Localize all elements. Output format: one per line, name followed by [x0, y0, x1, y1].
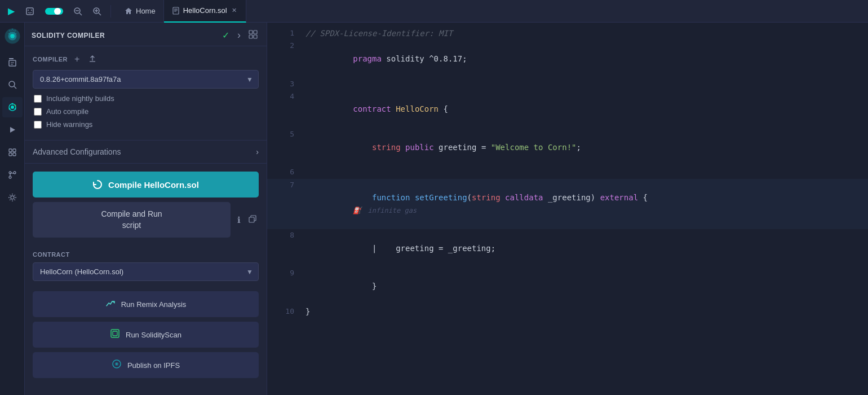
sidebar-item-search[interactable]	[2, 74, 23, 95]
code-line-9: 9 }	[267, 267, 868, 305]
hide-warnings-checkbox[interactable]	[34, 121, 42, 129]
svg-point-1	[28, 10, 29, 11]
run-solidityscan-label: Run SolidityScan	[126, 331, 181, 339]
code-line-2: 2 pragma solidity ^0.8.17;	[267, 40, 868, 77]
tab-home-label: Home	[136, 7, 156, 15]
code-content[interactable]: 1 // SPDX-License-Identifier: MIT 2 prag…	[267, 23, 868, 395]
svg-point-30	[14, 105, 15, 106]
svg-point-38	[9, 176, 11, 178]
sidebar-item-files[interactable]	[2, 52, 23, 72]
contract-select[interactable]: HelloCorn (HelloCorn.sol)	[33, 262, 259, 281]
contract-select-wrapper: HelloCorn (HelloCorn.sol) ▼	[33, 262, 259, 281]
run-solidityscan-button[interactable]: Run SolidityScan	[33, 322, 259, 348]
compile-run-copy-button[interactable]	[246, 213, 259, 227]
add-compiler-button[interactable]: +	[72, 53, 82, 65]
compiler-label-row: COMPILER +	[33, 53, 259, 65]
upload-compiler-button[interactable]	[86, 54, 99, 65]
line-content-4: contract HelloCorn {	[305, 90, 859, 128]
svg-rect-0	[26, 8, 33, 15]
compile-run-button[interactable]: Compile and Runscript	[33, 202, 231, 238]
line-number-10: 10	[276, 305, 294, 318]
advanced-config-row[interactable]: Advanced Configurations ›	[25, 140, 267, 164]
code-line-6: 6	[267, 166, 868, 178]
hide-warnings-label[interactable]: Hide warnings	[46, 120, 92, 129]
run-remix-analysis-label: Run Remix Analysis	[121, 300, 187, 309]
line-content-5: string public greeting = "Welcome to Cor…	[305, 128, 859, 166]
sidebar-item-settings[interactable]	[2, 187, 23, 208]
svg-rect-42	[249, 35, 253, 38]
compile-run-action-icons: ℹ	[235, 213, 259, 227]
line-number-3: 3	[276, 78, 294, 90]
line-content-8: | greeting = _greeting;	[305, 229, 859, 267]
svg-rect-19	[9, 58, 14, 59]
nightly-builds-row: Include nightly builds	[33, 94, 259, 103]
run-remix-analysis-icon	[105, 298, 116, 310]
svg-rect-45	[249, 217, 254, 222]
icon-sidebar	[0, 23, 25, 395]
contract-section: CONTRACT HelloCorn (HelloCorn.sol) ▼	[25, 245, 267, 291]
line-content-2: pragma solidity ^0.8.17;	[305, 40, 859, 77]
check-icon[interactable]: ✓	[220, 29, 232, 42]
forward-icon[interactable]: ›	[235, 28, 243, 42]
line-content-7: function setGreeting(string calldata _gr…	[305, 179, 859, 230]
publish-ipfs-button[interactable]: Publish on IPFS	[33, 352, 259, 378]
tab-home[interactable]: Home	[117, 0, 164, 23]
line-number-9: 9	[276, 267, 294, 279]
compiler-label: COMPILER	[33, 56, 68, 63]
top-toolbar: ▶ Home	[0, 0, 868, 23]
publish-ipfs-icon	[112, 359, 122, 371]
code-line-10: 10 }	[267, 305, 868, 318]
compile-run-label: Compile and Runscript	[101, 209, 162, 230]
code-line-8: 8 | greeting = _greeting;	[267, 229, 868, 267]
panel-header: SOLIDITY COMPILER ✓ ›	[25, 23, 267, 46]
compiler-section: COMPILER + 0.8.26+commit.8a97fa7a ▼ Incl…	[25, 46, 267, 140]
svg-rect-43	[254, 35, 257, 38]
layout-icon[interactable]	[246, 29, 260, 42]
line-content-1: // SPDX-License-Identifier: MIT	[305, 27, 859, 40]
svg-marker-31	[10, 127, 15, 133]
svg-rect-32	[9, 149, 12, 152]
svg-point-23	[9, 81, 15, 87]
sidebar-item-plugins[interactable]	[2, 142, 23, 163]
svg-rect-46	[111, 330, 119, 337]
run-remix-analysis-button[interactable]: Run Remix Analysis	[33, 291, 259, 317]
zoom-out-button[interactable]	[70, 5, 86, 18]
compile-button[interactable]: Compile HelloCorn.sol	[33, 172, 259, 198]
play-button[interactable]: ▶	[5, 3, 18, 19]
svg-rect-34	[9, 153, 12, 156]
line-content-6	[305, 166, 859, 178]
version-select[interactable]: 0.8.26+commit.8a97fa7a	[33, 70, 259, 89]
auto-compile-checkbox[interactable]	[34, 108, 42, 116]
svg-rect-33	[13, 149, 16, 152]
svg-point-25	[11, 106, 14, 109]
nightly-builds-checkbox[interactable]	[34, 95, 42, 103]
auto-compile-row: Auto compile	[33, 107, 259, 116]
svg-line-6	[79, 13, 82, 15]
tab-close-button[interactable]: ✕	[231, 7, 238, 14]
nightly-builds-label[interactable]: Include nightly builds	[46, 94, 114, 103]
sidebar-item-compiler[interactable]	[2, 97, 23, 117]
panel-title: SOLIDITY COMPILER	[32, 32, 105, 40]
toggle-button[interactable]	[42, 4, 67, 19]
sidebar-item-git[interactable]	[2, 165, 23, 185]
hide-warnings-row: Hide warnings	[33, 120, 259, 129]
tabs-bar: Home HelloCorn.sol ✕	[117, 0, 863, 23]
line-number-7: 7	[276, 179, 294, 191]
sidebar-item-deploy[interactable]	[2, 120, 23, 140]
line-content-10: }	[305, 305, 859, 318]
svg-rect-41	[254, 30, 257, 34]
tab-hellocorn[interactable]: HelloCorn.sol ✕	[164, 0, 246, 23]
svg-rect-35	[13, 153, 16, 156]
svg-rect-47	[113, 331, 117, 336]
compile-run-info-button[interactable]: ℹ	[235, 213, 243, 227]
line-number-1: 1	[276, 27, 294, 40]
zoom-in-button[interactable]	[89, 5, 105, 18]
line-number-2: 2	[276, 40, 294, 52]
debug-button[interactable]	[21, 4, 38, 19]
svg-point-28	[14, 108, 16, 110]
svg-point-50	[116, 363, 117, 365]
panel-header-icons: ✓ ›	[220, 28, 260, 42]
line-number-6: 6	[276, 166, 294, 178]
auto-compile-label[interactable]: Auto compile	[46, 107, 88, 116]
advanced-config-arrow: ›	[256, 147, 259, 156]
